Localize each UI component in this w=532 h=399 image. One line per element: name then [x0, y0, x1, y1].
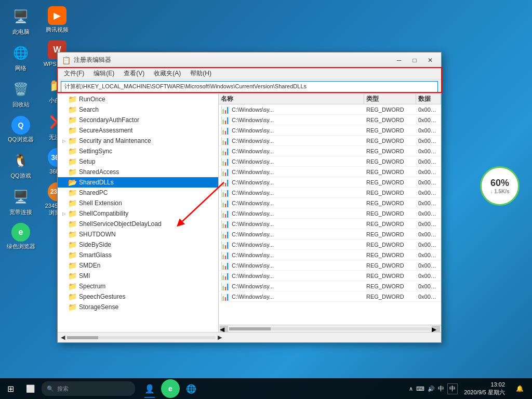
table-row[interactable]: 📊 C:\Windows\sy... REG_DWORD 0x00000001 … — [219, 271, 441, 281]
tray-ime-mode[interactable]: 中 — [447, 383, 458, 394]
tree-item-secure-assessment[interactable]: 📁 SecureAssessment — [58, 125, 218, 136]
table-row[interactable]: 📊 C:\Windows\sy... REG_DWORD 0x00000001 … — [219, 177, 441, 188]
desktop-icon-qq-browser[interactable]: Q QQ浏览器 — [4, 114, 37, 145]
tree-label: Security and Maintenance — [79, 137, 151, 144]
tray-ime[interactable]: 中 — [438, 384, 444, 393]
tree-item-shutdown[interactable]: 📁 SHUTDOWN — [58, 229, 218, 240]
tree-item-spectrum[interactable]: 📁 Spectrum — [58, 281, 218, 291]
table-row[interactable]: 📊 C:\Windows\sy... REG_DWORD 0x00000001 … — [219, 229, 441, 240]
menu-view[interactable]: 查看(V) — [119, 68, 149, 79]
table-row[interactable]: 📊 C:\Windows\sy... REG_DWORD 0x00000001 … — [219, 198, 441, 208]
hscroll-right[interactable]: ▶ — [432, 326, 440, 332]
close-button[interactable]: ✕ — [423, 55, 437, 65]
taskbar-search[interactable]: 🔍 搜索 — [42, 381, 135, 396]
start-button[interactable]: ⊞ — [0, 378, 21, 399]
hscroll-left[interactable]: ◀ — [220, 326, 228, 332]
table-row[interactable]: 📊 C:\Windows\sy... REG_DWORD 0x00000001 … — [219, 260, 441, 271]
tree-item-setting-sync[interactable]: 📁 SettingSync — [58, 146, 218, 156]
folder-icon: 📁 — [68, 137, 77, 145]
table-row[interactable]: 📊 C:\Windows\sy... REG_DWORD 0x00000001 … — [219, 281, 441, 291]
sys-tray: ∧ ⌨ 🔊 中 中 — [409, 383, 458, 394]
tree-label: SharedDLLs — [79, 179, 114, 186]
folder-icon: 📁 — [68, 241, 77, 249]
tree-item-sharedpc[interactable]: 📁 SharedPC — [58, 188, 218, 198]
tree-item-shell-extension[interactable]: 📁 Shell Extension — [58, 198, 218, 208]
horizontal-scrollbar[interactable]: ◀ ▶ — [219, 325, 441, 332]
cell-data: 0x00000001 (1) — [416, 138, 441, 144]
desktop-icon-recycle[interactable]: 🗑️ 回收站 — [4, 77, 37, 110]
notification-button[interactable]: 🔔 — [511, 378, 528, 399]
table-row[interactable]: 📊 C:\Windows\sy... REG_DWORD 0x00000001 … — [219, 219, 441, 229]
task-view-button[interactable]: ⬜ — [21, 378, 39, 399]
tree-item-smden[interactable]: 📁 SMDEn — [58, 260, 218, 271]
tree-hscroll-thumb[interactable] — [67, 336, 98, 339]
desktop-icon-network[interactable]: 🌐 网络 — [4, 41, 37, 74]
taskbar-app-user[interactable]: 👤 — [139, 378, 160, 399]
table-row[interactable]: 📊 C:\Windows\sy... REG_DWORD 0x00000001 … — [219, 188, 441, 198]
network-widget: 60% ↓ 1.5K/s — [480, 166, 522, 208]
cell-name: C:\Windows\sy... — [232, 283, 274, 289]
green-browser-label: 绿色浏览器 — [7, 243, 35, 250]
taskbar-app-regedit[interactable]: 🌐 — [181, 378, 202, 399]
tree-item-shared-access[interactable]: 📁 SharedAccess — [58, 167, 218, 177]
tree-scroll-left[interactable]: ◀ — [61, 334, 65, 341]
cell-data: 0x00000001 (1) — [416, 107, 441, 113]
tree-panel[interactable]: 📁 RunOnce 📁 Search 📁 SecondaryAuthFactor… — [58, 94, 219, 332]
desktop-icon-broadband[interactable]: 🖥️ 宽带连接 — [4, 184, 37, 218]
qq-browser-label: QQ浏览器 — [8, 136, 34, 143]
tray-volume[interactable]: 🔊 — [428, 385, 435, 392]
desktop-icon-tencent-video[interactable]: ▶ 腾讯视频 — [41, 4, 74, 35]
tray-keyboard[interactable]: ⌨ — [416, 385, 424, 392]
menu-help[interactable]: 帮助(H) — [186, 68, 216, 79]
tree-scroll-right[interactable]: ▶ — [218, 334, 222, 341]
taskbar-app-green[interactable]: e — [161, 379, 180, 398]
desktop-icon-qq-game[interactable]: 🐧 QQ游戏 — [4, 148, 37, 181]
tree-item-speech-gestures[interactable]: 📁 SpeechGestures — [58, 291, 218, 302]
taskbar-clock[interactable]: 13:02 2020/9/5 星期六 — [460, 381, 509, 397]
maximize-button[interactable]: □ — [408, 55, 421, 65]
folder-icon: 📁 — [68, 272, 77, 280]
table-row[interactable]: 📊 C:\Windows\sy... REG_DWORD 0x00000001 … — [219, 208, 441, 219]
cell-data: 0x00000001 (1) — [416, 127, 441, 134]
tree-item-smartglass[interactable]: 📁 SmartGlass — [58, 250, 218, 260]
tree-item-search[interactable]: 📁 Search — [58, 104, 218, 115]
tree-item-setup[interactable]: 📁 Setup — [58, 156, 218, 167]
tree-item-runonce[interactable]: 📁 RunOnce — [58, 94, 218, 104]
desktop-icon-computer[interactable]: 🖥️ 此电脑 — [4, 4, 37, 37]
table-row[interactable]: 📊 C:\Windows\sy... REG_DWORD 0x00000001 … — [219, 156, 441, 167]
tree-item-shareddlls[interactable]: 📂 SharedDLLs — [58, 177, 218, 188]
table-row[interactable]: 📊 C:\Windows\sy... REG_DWORD 0x00000001 … — [219, 291, 441, 302]
hscroll-thumb[interactable] — [229, 327, 271, 330]
expand-icon: ▷ — [60, 139, 68, 143]
folder-icon: 📁 — [68, 220, 77, 228]
minimize-button[interactable]: ─ — [392, 55, 406, 65]
tree-item-storage-sense[interactable]: 📁 StorageSense — [58, 302, 218, 312]
table-row[interactable]: 📊 C:\Windows\sy... REG_DWORD 0x00000001 … — [219, 104, 441, 115]
table-row[interactable]: 📊 C:\Windows\sy... REG_DWORD 0x00000001 … — [219, 167, 441, 177]
folder-icon: 📁 — [68, 303, 77, 311]
tree-item-shell-compat[interactable]: ▷ 📁 ShellCompatibility — [58, 208, 218, 219]
tray-chevron[interactable]: ∧ — [409, 385, 413, 392]
table-row[interactable]: 📊 C:\Windows\sy... REG_DWORD 0x00000001 … — [219, 125, 441, 136]
menu-edit[interactable]: 编辑(E) — [89, 68, 118, 79]
table-row[interactable]: 📊 C:\Windows\sy... REG_DWORD 0x00000001 … — [219, 250, 441, 260]
table-row[interactable]: 📊 C:\Windows\sy... REG_DWORD 0x00000001 … — [219, 115, 441, 125]
tree-item-security-maintenance[interactable]: ▷ 📁 Security and Maintenance — [58, 136, 218, 146]
desktop-icon-green-browser[interactable]: e 绿色浏览器 — [4, 221, 37, 252]
menu-favorites[interactable]: 收藏夹(A) — [150, 68, 185, 79]
network-speed: ↓ 1.5K/s — [490, 189, 509, 194]
table-row[interactable]: 📊 C:\Windows\sy... REG_DWORD 0x00000001 … — [219, 136, 441, 146]
tree-item-shell-service[interactable]: 📁 ShellServiceObjectDelayLoad — [58, 219, 218, 229]
status-bar: ◀ ▶ — [58, 332, 441, 342]
tree-item-secondary-auth[interactable]: 📁 SecondaryAuthFactor — [58, 115, 218, 125]
taskbar: ⊞ ⬜ 🔍 搜索 👤 e 🌐 ∧ ⌨ 🔊 中 中 13:02 2020/9/5 … — [0, 378, 532, 399]
tree-item-smi[interactable]: 📁 SMI — [58, 271, 218, 281]
tree-label: SHUTDOWN — [79, 231, 116, 238]
right-body[interactable]: 📊 C:\Windows\sy... REG_DWORD 0x00000001 … — [219, 104, 441, 325]
tree-item-sidebyside[interactable]: 📁 SideBySide — [58, 240, 218, 250]
table-row[interactable]: 📊 C:\Windows\sy... REG_DWORD 0x00000001 … — [219, 146, 441, 156]
menu-file[interactable]: 文件(F) — [60, 68, 88, 79]
cell-type: REG_DWORD — [364, 221, 416, 227]
table-row[interactable]: 📊 C:\Windows\sy... REG_DWORD 0x00000001 … — [219, 240, 441, 250]
address-input[interactable] — [61, 81, 438, 92]
